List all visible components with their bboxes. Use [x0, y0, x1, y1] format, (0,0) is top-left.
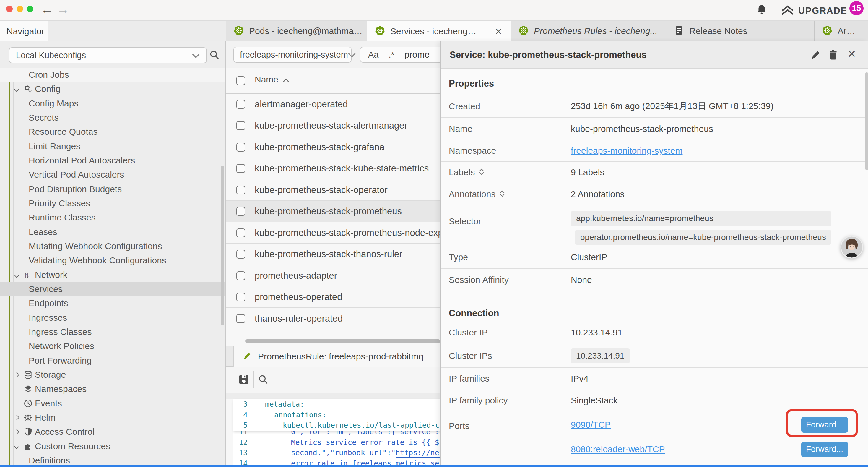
expand-collapse-icon[interactable]: [479, 167, 484, 177]
row-checkbox[interactable]: [236, 229, 245, 237]
port-link[interactable]: 8080:reloader-web/TCP: [571, 444, 665, 454]
port-link[interactable]: 9090/TCP: [571, 420, 611, 430]
tree-item-leases[interactable]: Leases: [0, 225, 226, 239]
row-checkbox[interactable]: [236, 271, 245, 280]
chevron-right-icon[interactable]: [14, 372, 19, 377]
tree-item-label: Runtime Classes: [29, 212, 96, 223]
navigator-scrollbar[interactable]: [221, 166, 224, 325]
notifications-bell-icon[interactable]: [756, 4, 768, 17]
runbook-url-link[interactable]: https://net: [396, 448, 443, 458]
row-checkbox[interactable]: [236, 293, 245, 301]
row-checkbox[interactable]: [236, 100, 245, 109]
tree-item-pod-disruption-budgets[interactable]: Pod Disruption Budgets: [0, 182, 226, 196]
detail-scrollbar[interactable]: [865, 72, 868, 170]
tree-item-network[interactable]: ↑↓Network: [0, 268, 226, 282]
tree-item-network-policies[interactable]: Network Policies: [0, 339, 226, 353]
chevron-down-icon[interactable]: [14, 272, 19, 278]
avatar[interactable]: [840, 235, 864, 259]
tree-item-cron-jobs[interactable]: Cron Jobs: [0, 68, 226, 82]
select-all-checkbox[interactable]: [236, 76, 245, 85]
detail-label: Ports: [449, 421, 571, 431]
match-case-toggle[interactable]: Aa: [368, 50, 378, 60]
row-checkbox[interactable]: [236, 143, 245, 152]
detail-panel-title: Service: kube-prometheus-stack-prometheu…: [450, 50, 647, 60]
tree-item-limit-ranges[interactable]: Limit Ranges: [0, 139, 226, 153]
tree-item-helm[interactable]: Helm: [0, 411, 226, 425]
tree-item-runtime-classes[interactable]: Runtime Classes: [0, 210, 226, 225]
zoom-window-button[interactable]: [27, 6, 33, 12]
tree-item-ingress-classes[interactable]: Ingress Classes: [0, 325, 226, 339]
expand-collapse-icon[interactable]: [500, 189, 505, 199]
tree-item-events[interactable]: Events: [0, 396, 226, 411]
navigator-panel-tab[interactable]: Navigator: [0, 21, 48, 42]
tree-item-endpoints[interactable]: Endpoints: [0, 296, 226, 310]
tree-item-secrets[interactable]: Secrets: [0, 111, 226, 125]
table-horizontal-scrollbar[interactable]: [245, 339, 440, 343]
detail-value: 10.233.14.91: [571, 327, 622, 338]
detail-label: IP families: [449, 374, 571, 384]
back-arrow-icon[interactable]: ←: [41, 2, 53, 17]
tree-item-horizontal-pod-autoscalers[interactable]: Horizontal Pod Autoscalers: [0, 153, 226, 168]
tree-item-config-maps[interactable]: Config Maps: [0, 96, 226, 111]
detail-label: Session Affinity: [449, 275, 571, 285]
tab-label: Prometheus Rules - icecheng...: [534, 26, 658, 36]
tree-item-vertical-pod-autoscalers[interactable]: Vertical Pod Autoscalers: [0, 168, 226, 182]
row-checkbox[interactable]: [236, 121, 245, 130]
chevron-down-icon: [348, 50, 356, 60]
chevron-down-icon[interactable]: [14, 444, 19, 449]
upgrade-label: UPGRADE: [798, 6, 847, 16]
save-icon[interactable]: [238, 374, 250, 387]
close-icon[interactable]: ✕: [847, 48, 856, 60]
navigator-tab-area: Navigator: [0, 21, 226, 41]
row-checkbox[interactable]: [236, 207, 245, 216]
namespace-selector[interactable]: freeleaps-monitoring-system: [234, 47, 351, 63]
tab-pods-icecheng-mathmas[interactable]: Pods - icecheng@mathmas...: [226, 21, 367, 41]
delete-trash-icon[interactable]: [828, 49, 839, 61]
forward-button[interactable]: Forward...: [801, 442, 848, 457]
tree-item-priority-classes[interactable]: Priority Classes: [0, 196, 226, 210]
tree-item-storage[interactable]: Storage: [0, 368, 226, 382]
tree-item-ingresses[interactable]: Ingresses: [0, 311, 226, 325]
minimize-window-button[interactable]: [17, 6, 23, 12]
tree-item-validating-webhook-configurations[interactable]: Validating Webhook Configurations: [0, 253, 226, 267]
tree-item-label: Config: [35, 84, 61, 94]
chevron-right-icon[interactable]: [14, 415, 19, 420]
tree-item-services[interactable]: Services: [0, 282, 226, 296]
sort-ascending-icon[interactable]: [283, 78, 289, 84]
name-column-header[interactable]: Name: [255, 75, 278, 85]
tree-item-port-forwarding[interactable]: Port Forwarding: [0, 353, 226, 368]
tree-item-label: Namespaces: [35, 384, 87, 394]
namespace-link[interactable]: freeleaps-monitoring-system: [571, 146, 682, 156]
close-tab-icon[interactable]: ✕: [491, 26, 506, 37]
chevron-right-icon[interactable]: [14, 429, 19, 435]
tab-release-notes[interactable]: Release Notes: [666, 21, 814, 41]
close-window-button[interactable]: [6, 6, 13, 12]
row-checkbox[interactable]: [236, 185, 245, 195]
edit-pencil-icon[interactable]: [810, 49, 821, 61]
regex-toggle[interactable]: .*: [389, 50, 394, 60]
tab-argo-se[interactable]: Argo Se: [814, 21, 863, 41]
row-checkbox[interactable]: [236, 314, 245, 323]
editor-tab-prometheusrule[interactable]: PrometheusRule: freeleaps-prod-rabbitmq: [234, 346, 431, 367]
navigator-search-icon[interactable]: [209, 50, 220, 61]
tree-item-custom-resources[interactable]: Custom Resources: [0, 439, 226, 454]
notification-count-badge[interactable]: 15: [849, 1, 864, 16]
chevron-down-icon[interactable]: [14, 87, 19, 92]
detail-value: SingleStack: [571, 396, 617, 406]
forward-arrow-icon[interactable]: →: [57, 2, 69, 17]
tab-prometheus-rules-icecheng[interactable]: Prometheus Rules - icecheng...: [511, 21, 666, 41]
tab-services-icecheng-math[interactable]: Services - icecheng@math...✕: [367, 21, 511, 42]
tree-item-config[interactable]: Config: [0, 82, 226, 96]
tree-item-namespaces[interactable]: Namespaces: [0, 382, 226, 396]
kubeconfig-selector[interactable]: Local Kubeconfigs: [9, 47, 207, 63]
tree-item-access-control[interactable]: Access Control: [0, 425, 226, 439]
tree-item-resource-quotas[interactable]: Resource Quotas: [0, 125, 226, 139]
tree-item-mutating-webhook-configurations[interactable]: Mutating Webhook Configurations: [0, 239, 226, 253]
upgrade-button[interactable]: UPGRADE: [781, 5, 847, 17]
editor-search-icon[interactable]: [258, 374, 269, 386]
code-text: 0","for":"1m","labels":{"service":": [291, 431, 443, 437]
row-checkbox[interactable]: [236, 250, 245, 259]
tree-item-label: Pod Disruption Budgets: [29, 184, 122, 194]
row-checkbox[interactable]: [236, 164, 245, 173]
namespace-icon: [24, 384, 33, 394]
